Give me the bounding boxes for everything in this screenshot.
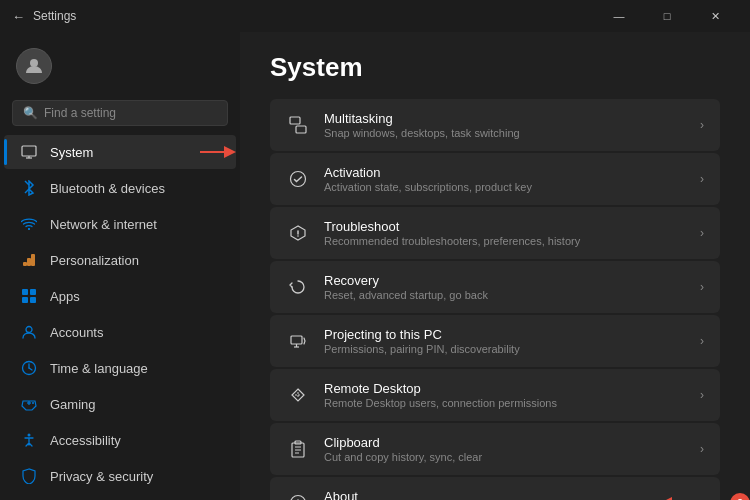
svg-rect-12	[30, 289, 36, 295]
setting-item-projecting[interactable]: Projecting to this PC Permissions, pairi…	[270, 315, 720, 367]
minimize-button[interactable]: —	[596, 0, 642, 32]
setting-item-multitasking[interactable]: Multitasking Snap windows, desktops, tas…	[270, 99, 720, 151]
remote-desktop-title: Remote Desktop	[324, 381, 557, 396]
svg-rect-13	[22, 297, 28, 303]
app-container: 🔍 System	[0, 32, 750, 500]
about-title: About	[324, 489, 608, 500]
recovery-title: Recovery	[324, 273, 488, 288]
svg-point-15	[26, 327, 32, 333]
title-bar-left: ← Settings	[12, 9, 76, 24]
sidebar-label-gaming: Gaming	[50, 397, 96, 412]
apps-icon	[20, 287, 38, 305]
search-input[interactable]	[44, 106, 217, 120]
sidebar-item-system[interactable]: System 1	[4, 135, 236, 169]
title-bar: ← Settings — □ ✕	[0, 0, 750, 32]
chevron-right-icon: ›	[700, 280, 704, 294]
sidebar-item-time[interactable]: Time & language	[4, 351, 236, 385]
chevron-right-icon: ›	[700, 388, 704, 402]
setting-item-about[interactable]: About Device specifications, rename PC, …	[270, 477, 720, 500]
sidebar-label-accounts: Accounts	[50, 325, 103, 340]
remote-desktop-icon	[286, 383, 310, 407]
setting-item-troubleshoot[interactable]: Troubleshoot Recommended troubleshooters…	[270, 207, 720, 259]
setting-item-recovery[interactable]: Recovery Reset, advanced startup, go bac…	[270, 261, 720, 313]
setting-item-clipboard[interactable]: Clipboard Cut and copy history, sync, cl…	[270, 423, 720, 475]
projecting-title: Projecting to this PC	[324, 327, 520, 342]
network-icon	[20, 215, 38, 233]
activation-icon	[286, 167, 310, 191]
content-area: System Multitasking Snap windows, deskto…	[240, 32, 750, 500]
sidebar-item-update[interactable]: Windows Update	[4, 495, 236, 500]
svg-point-7	[28, 228, 30, 230]
avatar[interactable]	[16, 48, 52, 84]
time-icon	[20, 359, 38, 377]
search-icon: 🔍	[23, 106, 38, 120]
page-title: System	[270, 52, 720, 83]
sidebar-label-system: System	[50, 145, 93, 160]
title-bar-title: Settings	[33, 9, 76, 23]
gaming-icon	[20, 395, 38, 413]
clipboard-icon	[286, 437, 310, 461]
chevron-right-icon: ›	[700, 118, 704, 132]
bluetooth-icon	[20, 179, 38, 197]
svg-point-25	[291, 172, 306, 187]
troubleshoot-title: Troubleshoot	[324, 219, 580, 234]
system-icon	[20, 143, 38, 161]
svg-point-27	[297, 235, 299, 237]
activation-desc: Activation state, subscriptions, product…	[324, 181, 532, 193]
multitasking-icon	[286, 113, 310, 137]
settings-list: Multitasking Snap windows, desktops, tas…	[270, 99, 720, 500]
maximize-button[interactable]: □	[644, 0, 690, 32]
multitasking-desc: Snap windows, desktops, task switching	[324, 127, 520, 139]
svg-rect-10	[31, 254, 35, 266]
projecting-desc: Permissions, pairing PIN, discoverabilit…	[324, 343, 520, 355]
multitasking-title: Multitasking	[324, 111, 520, 126]
chevron-right-icon: ›	[700, 226, 704, 240]
svg-rect-9	[27, 258, 31, 266]
sidebar-label-accessibility: Accessibility	[50, 433, 121, 448]
annotation-2: 2	[667, 493, 750, 500]
chevron-right-icon: ›	[700, 442, 704, 456]
sidebar-label-bluetooth: Bluetooth & devices	[50, 181, 165, 196]
troubleshoot-icon	[286, 221, 310, 245]
privacy-icon	[20, 467, 38, 485]
remote-desktop-desc: Remote Desktop users, connection permiss…	[324, 397, 557, 409]
clipboard-title: Clipboard	[324, 435, 482, 450]
setting-item-activation[interactable]: Activation Activation state, subscriptio…	[270, 153, 720, 205]
projecting-icon	[286, 329, 310, 353]
sidebar-label-time: Time & language	[50, 361, 148, 376]
sidebar-item-apps[interactable]: Apps	[4, 279, 236, 313]
personalization-icon	[20, 251, 38, 269]
chevron-right-icon: ›	[700, 172, 704, 186]
svg-point-0	[30, 59, 38, 67]
svg-point-22	[28, 434, 31, 437]
clipboard-desc: Cut and copy history, sync, clear	[324, 451, 482, 463]
sidebar-item-accounts[interactable]: Accounts	[4, 315, 236, 349]
sidebar-item-gaming[interactable]: Gaming	[4, 387, 236, 421]
title-bar-controls: — □ ✕	[596, 0, 738, 32]
svg-point-21	[32, 402, 34, 404]
back-button[interactable]: ←	[12, 9, 25, 24]
sidebar-item-network[interactable]: Network & internet	[4, 207, 236, 241]
setting-item-remote-desktop[interactable]: Remote Desktop Remote Desktop users, con…	[270, 369, 720, 421]
sidebar-label-privacy: Privacy & security	[50, 469, 153, 484]
sidebar-item-personalization[interactable]: Personalization	[4, 243, 236, 277]
sidebar-user	[0, 40, 240, 100]
svg-rect-24	[296, 126, 306, 133]
svg-rect-23	[290, 117, 300, 124]
svg-rect-14	[30, 297, 36, 303]
sidebar: 🔍 System	[0, 32, 240, 500]
svg-rect-11	[22, 289, 28, 295]
svg-rect-8	[23, 262, 27, 266]
accessibility-icon	[20, 431, 38, 449]
recovery-icon	[286, 275, 310, 299]
search-box[interactable]: 🔍	[12, 100, 228, 126]
annotation-circle-2: 2	[730, 493, 750, 500]
sidebar-item-accessibility[interactable]: Accessibility	[4, 423, 236, 457]
close-button[interactable]: ✕	[692, 0, 738, 32]
sidebar-label-personalization: Personalization	[50, 253, 139, 268]
sidebar-item-bluetooth[interactable]: Bluetooth & devices	[4, 171, 236, 205]
troubleshoot-desc: Recommended troubleshooters, preferences…	[324, 235, 580, 247]
recovery-desc: Reset, advanced startup, go back	[324, 289, 488, 301]
sidebar-item-privacy[interactable]: Privacy & security	[4, 459, 236, 493]
svg-rect-28	[291, 336, 302, 344]
